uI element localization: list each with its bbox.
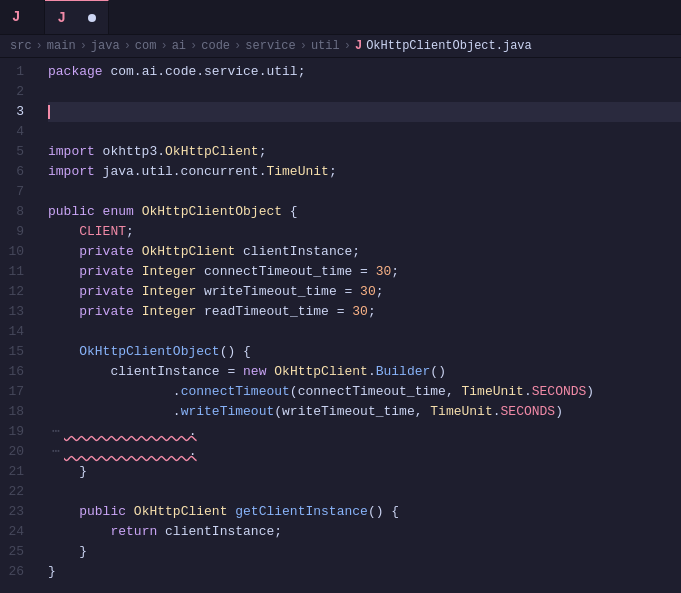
code-line-17: .connectTimeout(connectTimeout_time, Tim… <box>48 382 681 402</box>
ln-1: 1 <box>0 62 32 82</box>
ln-10: 10 <box>0 242 32 262</box>
ln-23: 23 <box>0 502 32 522</box>
breadcrumb: src › main › java › com › ai › code › se… <box>0 35 681 58</box>
ln-13: 13 <box>0 302 32 322</box>
code-line-1: package com.ai.code.service.util; <box>48 62 681 82</box>
text-cursor <box>48 105 50 119</box>
ln-7: 7 <box>0 182 32 202</box>
breadcrumb-code: code <box>201 39 230 53</box>
sep8: › <box>344 39 351 53</box>
breadcrumb-com: com <box>135 39 157 53</box>
sep4: › <box>160 39 167 53</box>
java-icon-2: J <box>57 10 65 26</box>
ln-11: 11 <box>0 262 32 282</box>
ln-8: 8 <box>0 202 32 222</box>
code-line-10: private OkHttpClient clientInstance; <box>48 242 681 262</box>
java-icon-1: J <box>12 9 20 25</box>
ln-2: 2 <box>0 82 32 102</box>
breadcrumb-file: J OkHttpClientObject.java <box>355 39 532 53</box>
sep3: › <box>124 39 131 53</box>
code-line-22 <box>48 482 681 502</box>
code-line-16: clientInstance = new OkHttpClient.Builde… <box>48 362 681 382</box>
tab-unsaved-dot <box>88 14 96 22</box>
ln-22: 22 <box>0 482 32 502</box>
ln-15: 15 <box>0 342 32 362</box>
code-line-12: private Integer writeTimeout_time = 30; <box>48 282 681 302</box>
ln-16: 16 <box>0 362 32 382</box>
ln-6: 6 <box>0 162 32 182</box>
ln-5: 5 <box>0 142 32 162</box>
ln-3: 3 <box>0 102 32 122</box>
tab-bar: J J <box>0 0 681 35</box>
code-line-13: private Integer readTimeout_time = 30; <box>48 302 681 322</box>
editor-container: J J src › main › java › com › ai › code … <box>0 0 681 590</box>
ln-14: 14 <box>0 322 32 342</box>
pkg-name: com.ai.code.service.util <box>110 62 297 82</box>
code-line-14 <box>48 322 681 342</box>
breadcrumb-ai: ai <box>172 39 186 53</box>
code-line-20: ⋯ . <box>48 442 681 462</box>
code-line-3 <box>48 102 681 122</box>
ln-24: 24 <box>0 522 32 542</box>
ln-21: 21 <box>0 462 32 482</box>
error-marker-20: ⋯ <box>48 442 64 462</box>
code-line-19: ⋯ . <box>48 422 681 442</box>
ln-9: 9 <box>0 222 32 242</box>
breadcrumb-java-icon: J <box>355 39 362 53</box>
breadcrumb-main: main <box>47 39 76 53</box>
error-marker-19: ⋯ <box>48 422 64 442</box>
sep6: › <box>234 39 241 53</box>
code-line-6: import java.util.concurrent.TimeUnit; <box>48 162 681 182</box>
code-line-5: import okhttp3.OkHttpClient; <box>48 142 681 162</box>
breadcrumb-util: util <box>311 39 340 53</box>
breadcrumb-java: java <box>91 39 120 53</box>
breadcrumb-service: service <box>245 39 295 53</box>
ln-20: 20 <box>0 442 32 462</box>
code-line-18: .writeTimeout(writeTimeout_time, TimeUni… <box>48 402 681 422</box>
sep2: › <box>80 39 87 53</box>
code-line-25: } <box>48 542 681 562</box>
ln-19: 19 <box>0 422 32 442</box>
ln-18: 18 <box>0 402 32 422</box>
breadcrumb-src: src <box>10 39 32 53</box>
sep1: › <box>36 39 43 53</box>
tab-datatimerInit[interactable]: J <box>0 0 45 34</box>
ln-26: 26 <box>0 562 32 582</box>
ln-25: 25 <box>0 542 32 562</box>
ln-4: 4 <box>0 122 32 142</box>
code-line-26: } <box>48 562 681 582</box>
code-content[interactable]: package com.ai.code.service.util; import… <box>42 58 681 590</box>
ln-12: 12 <box>0 282 32 302</box>
kw-package: package <box>48 62 110 82</box>
code-line-4 <box>48 122 681 142</box>
code-line-27 <box>48 582 681 590</box>
sep5: › <box>190 39 197 53</box>
ln-17: 17 <box>0 382 32 402</box>
code-line-24: return clientInstance; <box>48 522 681 542</box>
code-line-11: private Integer connectTimeout_time = 30… <box>48 262 681 282</box>
code-line-23: public OkHttpClient getClientInstance() … <box>48 502 681 522</box>
code-line-8: public enum OkHttpClientObject { <box>48 202 681 222</box>
code-line-15: OkHttpClientObject() { <box>48 342 681 362</box>
code-area[interactable]: 1 2 3 4 5 6 7 8 9 10 11 12 13 14 15 16 1… <box>0 58 681 590</box>
code-line-21: } <box>48 462 681 482</box>
code-line-7 <box>48 182 681 202</box>
tab-okhttpclientobject[interactable]: J <box>45 0 108 34</box>
sep7: › <box>300 39 307 53</box>
line-numbers: 1 2 3 4 5 6 7 8 9 10 11 12 13 14 15 16 1… <box>0 58 42 590</box>
breadcrumb-filename: OkHttpClientObject.java <box>366 39 532 53</box>
code-line-9: CLIENT; <box>48 222 681 242</box>
code-line-2 <box>48 82 681 102</box>
